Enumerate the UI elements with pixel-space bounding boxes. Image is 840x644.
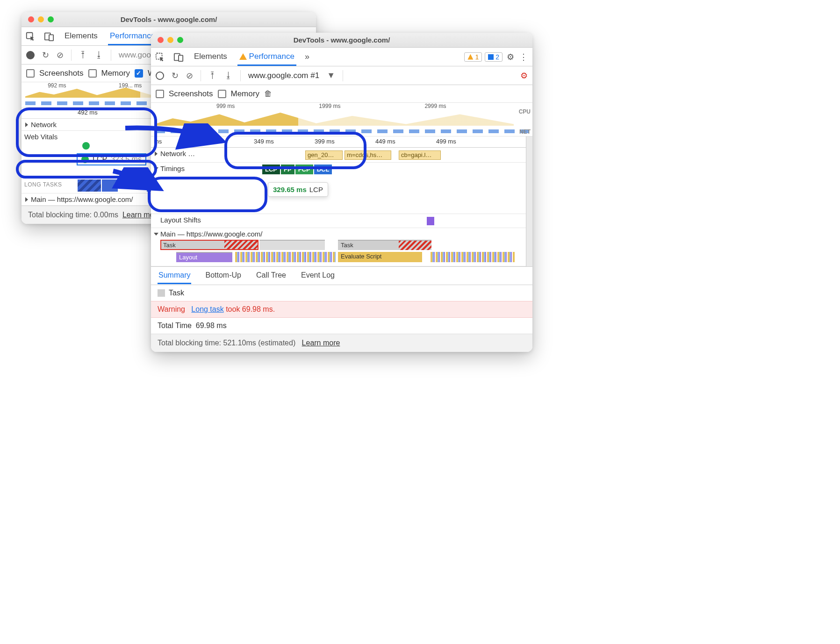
longtask-block[interactable]	[102, 179, 118, 192]
issues-info-badge[interactable]: 2	[485, 52, 503, 62]
panel-tabs: Elements Performance » 1 2	[151, 48, 532, 66]
task-color-swatch	[158, 289, 165, 297]
layout-block[interactable]: Layout	[176, 252, 232, 262]
task-block[interactable]	[259, 240, 325, 250]
clear-button[interactable]: ⊘	[186, 71, 193, 81]
subtask-stripes	[431, 252, 515, 262]
checkbox-webvitals[interactable]	[135, 69, 143, 78]
network-request[interactable]: cb=gapi.l…	[399, 150, 441, 160]
longtasks-label: LONG TASKS	[24, 181, 62, 188]
checkbox-screenshots[interactable]	[156, 90, 164, 98]
warning-label: Warning	[158, 305, 185, 313]
label-memory: Memory	[101, 69, 130, 78]
learn-more-link[interactable]: Learn more	[302, 339, 340, 347]
device-toggle-icon[interactable]	[173, 52, 184, 62]
lcp-value: 323.5 ms	[111, 155, 142, 164]
total-time-row: Total Time 69.98 ms	[151, 318, 532, 334]
task-block[interactable]: Task	[338, 240, 431, 250]
net-mini-chart	[155, 129, 529, 133]
tab-elements[interactable]: Elements	[192, 48, 229, 66]
network-request[interactable]: gen_20…	[305, 150, 343, 160]
inspect-icon[interactable]	[25, 31, 36, 42]
long-task-link[interactable]: Long task	[191, 305, 223, 313]
webvitals-heading: Web Vitals	[24, 133, 57, 141]
longtask-block[interactable]	[78, 179, 101, 192]
timing-lcp[interactable]: LCP	[262, 165, 280, 174]
net-label: NET	[519, 129, 531, 135]
scrollbar[interactable]	[526, 136, 532, 266]
timing-fp[interactable]: FP	[281, 165, 294, 174]
clear-button[interactable]: ⊘	[57, 50, 64, 60]
reload-button[interactable]: ↻	[172, 71, 179, 81]
subtask-stripes	[235, 252, 336, 262]
device-toggle-icon[interactable]	[44, 31, 54, 42]
tab-summary[interactable]: Summary	[158, 267, 191, 284]
lcp-label: LCP	[93, 155, 107, 164]
recording-select[interactable]: www.google.com #1	[248, 71, 319, 80]
layout-shift-block[interactable]	[427, 217, 434, 225]
label-screenshots: Screenshots	[169, 89, 213, 99]
window-title: DevTools - www.google.com/	[22, 15, 316, 23]
warning-icon	[239, 53, 247, 60]
detail-heading: Task	[151, 285, 532, 301]
lcp-dot-icon	[81, 156, 89, 163]
tbt: Total blocking time: 0.00ms	[28, 211, 118, 219]
label-screenshots: Screenshots	[39, 69, 84, 78]
lcp-marker-dot[interactable]	[82, 142, 90, 150]
timing-tooltip: 329.65 msLCP	[268, 182, 328, 197]
more-menu-icon[interactable]	[518, 52, 529, 62]
svg-rect-5	[179, 55, 183, 61]
options-row: Screenshots Memory 🗑	[151, 85, 532, 103]
settings-icon[interactable]	[505, 52, 516, 62]
capture-settings-icon[interactable]: ⚙	[520, 71, 528, 81]
record-button[interactable]	[26, 51, 35, 59]
timing-fcp[interactable]: FCP	[295, 165, 313, 174]
download-button[interactable]: ⭳	[95, 50, 103, 60]
track-layoutshifts[interactable]: Layout Shifts	[151, 214, 526, 228]
dropdown-icon[interactable]: ▼	[327, 71, 335, 80]
time-ruler[interactable]: ms 299 ms 349 ms 399 ms 449 ms 499 ms	[151, 136, 526, 148]
track-main[interactable]: Main — https://www.google.com/ Task Task…	[151, 228, 526, 266]
delete-icon[interactable]: 🗑	[264, 89, 272, 99]
track-network[interactable]: Network … gen_20… m=cdos,hs… cb=gapi.l…	[151, 148, 526, 163]
tab-bottomup[interactable]: Bottom-Up	[204, 267, 242, 284]
upload-button[interactable]: ⭱	[208, 71, 217, 80]
window-title: DevTools - www.google.com/	[151, 36, 532, 44]
more-tabs-button[interactable]: »	[305, 52, 309, 62]
network-request[interactable]: m=cdos,hs…	[345, 150, 391, 160]
tab-performance[interactable]: Performance	[237, 48, 296, 66]
inspect-icon[interactable]	[155, 52, 165, 62]
titlebar: DevTools - www.google.com/	[151, 33, 532, 48]
footer: Total blocking time: 521.10ms (estimated…	[151, 334, 532, 352]
tab-performance[interactable]: Performance	[108, 28, 157, 45]
checkbox-memory[interactable]	[218, 90, 226, 98]
track-timings[interactable]: Timings LCP FP FCP DCL 329.65 msLCP	[151, 163, 526, 214]
perf-toolbar: ↻ ⊘ ⭱ ⭳ www.google.com #1 ▼ ⚙	[151, 66, 532, 85]
cpu-label: CPU	[519, 108, 531, 115]
titlebar: DevTools - www.google.com/	[22, 12, 316, 27]
warning-row: Warning Long task took 69.98 ms.	[151, 301, 532, 318]
evaluate-script-block[interactable]: Evaluate Script	[338, 252, 422, 262]
devtools-window-b: DevTools - www.google.com/ Elements Perf…	[151, 33, 532, 352]
download-button[interactable]: ⭳	[224, 71, 233, 80]
tbt: Total blocking time: 521.10ms (estimated…	[158, 339, 295, 347]
record-button[interactable]	[156, 72, 164, 80]
reload-button[interactable]: ↻	[42, 50, 49, 60]
summary-tabs: Summary Bottom-Up Call Tree Event Log	[151, 266, 532, 285]
tab-elements[interactable]: Elements	[63, 28, 100, 45]
label-memory: Memory	[231, 89, 259, 99]
tab-eventlog[interactable]: Event Log	[300, 267, 336, 284]
checkbox-memory[interactable]	[88, 69, 97, 78]
svg-rect-2	[49, 35, 53, 41]
cpu-mini-chart	[155, 109, 514, 126]
checkbox-screenshots[interactable]	[26, 69, 35, 78]
timing-dcl[interactable]: DCL	[314, 165, 332, 174]
task-block-selected[interactable]: Task	[160, 240, 258, 250]
overview-strip[interactable]: 999 ms 1999 ms 2999 ms CPU NET	[151, 103, 532, 136]
tab-calltree[interactable]: Call Tree	[255, 267, 287, 284]
issues-warning-badge[interactable]: 1	[464, 52, 482, 62]
upload-button[interactable]: ⭱	[79, 50, 87, 60]
